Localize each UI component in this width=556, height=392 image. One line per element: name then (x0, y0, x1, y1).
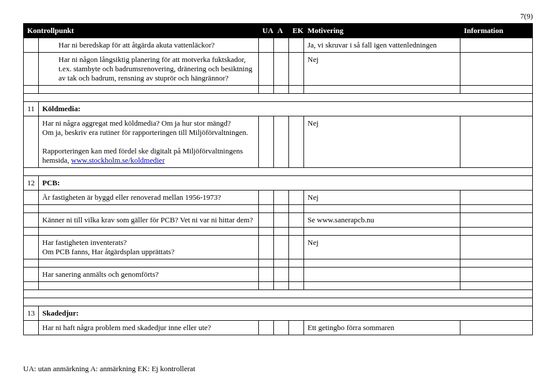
table-row (24, 86, 533, 94)
section-number: 11 (24, 102, 39, 116)
th-motivering: Motivering (304, 24, 460, 38)
th-ua: UA (259, 24, 274, 38)
question-text: Har ni några aggregat med köldmedia? Om … (42, 119, 255, 128)
table-row: Har ni någon långsiktig planering för at… (24, 53, 533, 86)
page-number: 7(9) (23, 12, 533, 21)
question-text: Har ni beredskap för att åtgärda akuta v… (42, 41, 255, 50)
section-row: 11 Köldmedia: (24, 102, 533, 116)
section-title: Köldmedia: (39, 102, 533, 116)
table-row (24, 205, 533, 213)
th-kontrollpunkt: Kontrollpunkt (24, 24, 259, 38)
table-row: Har ni beredskap för att åtgärda akuta v… (24, 38, 533, 53)
section-title: PCB: (39, 176, 533, 190)
motivering-text: Nej (304, 53, 460, 86)
table-row: Har fastigheten inventerats? Om PCB fann… (24, 236, 533, 259)
section-title: Skadedjur: (39, 306, 533, 321)
section-row: 12 PCB: (24, 176, 533, 190)
th-a: A (274, 24, 289, 38)
motivering-text: Nej (304, 236, 460, 259)
section-row: 13 Skadedjur: (24, 306, 533, 321)
table-row: Är fastigheten är byggd eller renoverad … (24, 190, 533, 205)
question-text: Om PCB fanns, Har åtgärdsplan upprättats… (42, 247, 255, 257)
question-text: Om ja, beskriv era rutiner för rapporter… (42, 128, 255, 137)
table-row (24, 259, 533, 268)
link-koldmedier[interactable]: www.stockholm.se/koldmedier (71, 156, 165, 164)
section-number: 13 (24, 306, 39, 321)
motivering-text: Nej (304, 116, 460, 168)
motivering-text: Ett getingbo förra sommaren (304, 321, 460, 335)
th-ek: EK (289, 24, 304, 38)
motivering-text: Se www.sanerapcb.nu (304, 213, 460, 228)
motivering-text: Ja, vi skruvar i så fall igen vattenledn… (304, 38, 460, 53)
question-text: Känner ni till vilka krav som gäller för… (39, 213, 259, 228)
table-row (24, 282, 533, 290)
th-information: Information (460, 24, 533, 38)
section-number: 12 (24, 176, 39, 190)
table-row: Har ni haft några problem med skadedjur … (24, 321, 533, 335)
inspection-table: Kontrollpunkt UA A EK Motivering Informa… (23, 23, 533, 335)
question-text: Har sanering anmälts och genomförts? (39, 268, 259, 282)
question-text: Har ni någon långsiktig planering för at… (42, 55, 255, 83)
table-row: Har sanering anmälts och genomförts? (24, 268, 533, 282)
table-row (24, 228, 533, 236)
table-row: Har ni några aggregat med köldmedia? Om … (24, 116, 533, 168)
footer-legend: UA: utan anmärkning A: anmärkning EK: Ej… (23, 364, 533, 373)
question-text: Har fastigheten inventerats? (42, 238, 255, 247)
table-row: Känner ni till vilka krav som gäller för… (24, 213, 533, 228)
motivering-text: Nej (304, 190, 460, 205)
question-text: Är fastigheten är byggd eller renoverad … (39, 190, 259, 205)
question-text: Har ni haft några problem med skadedjur … (39, 321, 259, 335)
